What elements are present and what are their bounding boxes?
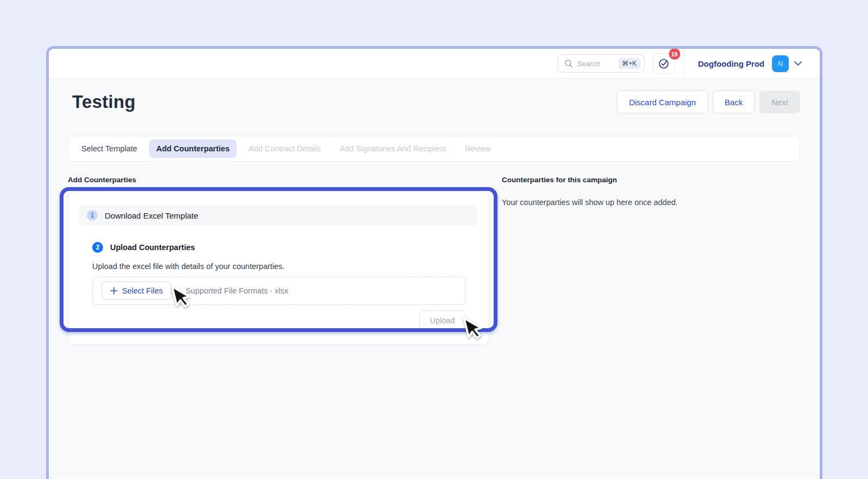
discard-campaign-button[interactable]: Discard Campaign xyxy=(617,91,707,113)
file-dropzone[interactable]: Select Files Supported File Formats - xl… xyxy=(92,277,465,305)
top-header: Search ⌘+K 19 Dogfooding Prod N xyxy=(49,49,820,79)
upload-card: 1 Download Excel Template 2 Upload Count… xyxy=(68,191,489,345)
tab-select-template[interactable]: Select Template xyxy=(74,139,144,158)
check-circle-icon xyxy=(658,58,669,69)
upload-row: Upload xyxy=(92,310,465,331)
counterparties-list-section: Counterparties for this campaign Your co… xyxy=(502,176,800,207)
avatar[interactable]: N xyxy=(772,55,789,72)
plus-icon xyxy=(110,287,118,295)
wizard-tabs: Select Template Add Counterparties Add C… xyxy=(68,136,800,162)
search-shortcut-badge: ⌘+K xyxy=(618,58,641,69)
title-row: Testing Discard Campaign Back Next xyxy=(68,91,800,113)
add-counterparties-section: Add Counterparties 1 Download Excel Temp… xyxy=(68,176,489,345)
download-excel-template-row[interactable]: 1 Download Excel Template xyxy=(79,205,478,226)
page-title: Testing xyxy=(72,92,136,112)
select-files-label: Select Files xyxy=(122,286,163,295)
supported-formats-text: Supported File Formats - xlsx xyxy=(186,286,288,295)
search-placeholder: Search xyxy=(577,60,614,68)
app-window: Search ⌘+K 19 Dogfooding Prod N xyxy=(46,46,822,479)
section-heading: Add Counterparties xyxy=(68,176,489,184)
back-button[interactable]: Back xyxy=(713,91,755,113)
step-2-header: 2 Upload Counterparties xyxy=(92,242,465,253)
tasks-button[interactable]: 19 xyxy=(653,53,674,74)
counterparties-empty-text: Your counterparties will show up here on… xyxy=(502,198,800,207)
page-body: Testing Discard Campaign Back Next Selec… xyxy=(49,91,820,345)
chevron-down-icon[interactable] xyxy=(794,61,802,66)
step-1-label: Download Excel Template xyxy=(105,211,198,220)
tab-add-signatories-and-recipient: Add Signatories And Recipient xyxy=(333,139,453,158)
upload-card-wrap: 1 Download Excel Template 2 Upload Count… xyxy=(68,191,489,345)
notification-count-badge: 19 xyxy=(668,47,681,61)
select-files-button[interactable]: Select Files xyxy=(101,282,171,300)
upload-description: Upload the excel file with details of yo… xyxy=(92,262,465,271)
upload-counterparties-step: 2 Upload Counterparties Upload the excel… xyxy=(92,242,465,331)
tab-review: Review xyxy=(458,139,498,158)
next-button[interactable]: Next xyxy=(760,91,800,113)
step-2-label: Upload Counterparties xyxy=(110,243,195,252)
workspace-switcher[interactable]: Dogfooding Prod N xyxy=(684,49,820,78)
step-2-badge: 2 xyxy=(92,242,103,253)
upload-button[interactable]: Upload xyxy=(419,310,465,331)
search-icon xyxy=(564,59,573,68)
counterparties-heading: Counterparties for this campaign xyxy=(502,176,800,184)
page-actions: Discard Campaign Back Next xyxy=(617,91,800,113)
search-input[interactable]: Search ⌘+K xyxy=(558,54,644,73)
tab-add-counterparties[interactable]: Add Counterparties xyxy=(149,139,237,158)
content-columns: Add Counterparties 1 Download Excel Temp… xyxy=(68,176,800,345)
step-1-badge: 1 xyxy=(87,210,98,221)
tab-add-contract-details: Add Contract Details xyxy=(241,139,328,158)
workspace-name: Dogfooding Prod xyxy=(698,59,764,68)
